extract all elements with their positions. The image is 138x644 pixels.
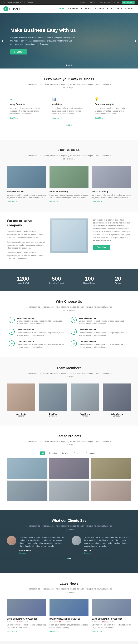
why-title: Why Choose Us	[7, 300, 131, 304]
testimonial-text-1: Lorem ipsum dolor sit amet, consectetur …	[19, 536, 67, 548]
service-card-3: Social Marketing Lorem ipsum dolor sit a…	[92, 166, 131, 203]
why-subtitle: Lorem ipsum dolor sit amet, consectetur …	[26, 305, 112, 312]
portfolio-item-1[interactable]	[7, 458, 47, 479]
testimonial-text-2: Lorem ipsum dolor sit amet, consectetur …	[84, 536, 131, 548]
nav-home[interactable]: HOME	[59, 8, 65, 10]
portfolio-item-4[interactable]	[7, 480, 47, 501]
tab-printing[interactable]: Printing	[72, 452, 82, 455]
dot-1[interactable]	[66, 124, 68, 126]
tab-branding[interactable]: Branding	[47, 452, 59, 455]
portfolio-ph-5	[49, 480, 89, 501]
testimonial-content-2: Lorem ipsum dolor sit amet, consectetur …	[84, 536, 131, 554]
news-link-3[interactable]: Read More +	[92, 631, 102, 632]
creative-img	[50, 218, 88, 253]
hero-next-arrow[interactable]: ›	[135, 38, 136, 43]
tdot-2[interactable]	[69, 558, 71, 559]
news-link-1[interactable]: Read More +	[7, 631, 17, 632]
team-subtitle: Lorem ipsum dolor sit amet, consectetur …	[26, 372, 112, 378]
nav-pages[interactable]: PAGES	[116, 8, 122, 10]
nav-projects[interactable]: PROJECTS	[94, 8, 104, 10]
team-card-4: John Watson Consultant	[103, 384, 131, 417]
creative-section: We are creative company Lorem ipsum dolo…	[0, 212, 138, 269]
features-title: Let's make your own Business	[7, 77, 131, 81]
dot-2[interactable]	[68, 124, 70, 126]
service-link-1[interactable]: Read More +	[7, 201, 17, 203]
news-views-1: 👁 15 Views	[7, 621, 15, 623]
portfolio-item-6[interactable]	[91, 480, 131, 501]
tab-design[interactable]: Design	[61, 452, 70, 455]
portfolio-grid	[7, 458, 131, 501]
testimonial-content-1: Lorem ipsum dolor sit amet, consectetur …	[19, 536, 67, 554]
testimonial-name-1: Martha James	[19, 550, 32, 552]
service-link-3[interactable]: Read More +	[92, 201, 102, 203]
feature-title-3: Customer Insights	[94, 103, 129, 106]
testimonial-1: Lorem ipsum dolor sit amet, consectetur …	[7, 536, 67, 554]
feature-card-3: 💡 Customer Insights Lorem ipsum dolor si…	[92, 94, 131, 122]
team-photo-3	[71, 384, 99, 411]
why-item-6: ⊞ Lorem ipsum dolor Lorem ipsum dolor si…	[71, 340, 129, 349]
team-card-2: Ben Doe Developer	[39, 384, 67, 417]
stat-label-3: Happy Clients	[83, 282, 95, 284]
creative-btn[interactable]: Read More	[93, 244, 110, 250]
tab-photography[interactable]: Photography	[84, 452, 98, 455]
hero-btn[interactable]: Read More	[10, 49, 27, 54]
stat-number-3: 100	[83, 276, 95, 282]
why-icon-3: ⊙	[9, 329, 15, 335]
tdot-1[interactable]	[67, 558, 69, 559]
creative-para2: Sed ut perspiciatis unde omnis iste natu…	[7, 240, 45, 250]
nav-blog[interactable]: BLOG	[107, 8, 113, 10]
portfolio-ph-4	[7, 480, 47, 501]
team-img-2	[39, 384, 67, 411]
creative-center	[50, 218, 88, 253]
logo-text: PROFF	[9, 7, 22, 11]
why-item-desc-6: Lorem ipsum dolor sit amet, consectetur …	[79, 343, 129, 349]
creative-inner: We are creative company Lorem ipsum dolo…	[7, 218, 131, 262]
news-desc-3: Lorem ipsum dolor sit amet, consectetur …	[92, 624, 131, 629]
nav-services[interactable]: SERVICES	[81, 8, 91, 10]
creative-img-inner	[52, 220, 86, 251]
portfolio-item-3[interactable]	[91, 458, 131, 479]
team-role-3: Manager	[71, 415, 99, 417]
news-link-2[interactable]: Read More +	[50, 631, 60, 632]
nav-about[interactable]: ABOUT US	[68, 8, 78, 10]
hero-dot-3[interactable]	[70, 64, 72, 66]
hero-dot-1[interactable]	[66, 64, 68, 66]
feature-icon-2: 📊	[52, 97, 86, 101]
why-icon-6: ⊞	[71, 340, 77, 346]
creative-para1: Lorem ipsum dolor sit amet, consectetur …	[7, 230, 45, 239]
nav-contact[interactable]: CONTACT	[125, 8, 135, 10]
hero-prev-arrow[interactable]: ‹	[2, 38, 3, 43]
service-link-2[interactable]: Read More +	[50, 201, 60, 203]
team-card-1: Ann Smith Designer	[7, 384, 35, 417]
team-role-1: Designer	[7, 415, 35, 417]
feature-desc-1: Lorem ipsum dolor sit amet, consectetur …	[9, 107, 44, 115]
team-role-2: Developer	[39, 415, 67, 417]
testimonial-role-2: Developer	[84, 552, 92, 554]
testimonial-2: Lorem ipsum dolor sit amet, consectetur …	[71, 536, 131, 554]
stat-number-2: 500	[49, 276, 64, 282]
feature-title-2: Analytics	[52, 103, 86, 106]
why-item-desc-4: Lorem ipsum dolor sit amet, consectetur …	[79, 332, 129, 337]
news-title: Lates News	[7, 582, 131, 586]
why-text-6: Lorem ipsum dolor Lorem ipsum dolor sit …	[79, 340, 129, 349]
why-item-2: ⊕ Lorem ipsum dolor Lorem ipsum dolor si…	[71, 317, 129, 325]
service-img-3	[92, 166, 131, 188]
portfolio-item-2[interactable]	[49, 458, 89, 479]
hero-content: Make Business Easy with us Everyone want…	[10, 27, 76, 54]
feature-link-3[interactable]: Read More +	[94, 117, 105, 119]
hero-dot-2[interactable]	[68, 64, 70, 66]
tab-all[interactable]: All	[40, 452, 45, 455]
quote-button[interactable]: Get a Quote	[122, 1, 135, 4]
stat-label-1: Hours Of Work	[17, 282, 29, 284]
features-subtitle: Lorem ipsum dolor sit amet, consectetur …	[26, 83, 112, 89]
creative-left: We are creative company Lorem ipsum dolo…	[7, 218, 45, 262]
portfolio-item-5[interactable]	[49, 480, 89, 501]
feature-link-1[interactable]: Read More +	[9, 117, 19, 119]
feature-desc-2: Lorem ipsum dolor sit amet, consectetur …	[52, 107, 86, 115]
feature-link-2[interactable]: Read More +	[52, 117, 62, 119]
team-grid: Ann Smith Designer Ben Doe Developer Jan…	[7, 384, 131, 417]
nav-links: HOME ABOUT US SERVICES PROJECTS BLOG PAG…	[59, 8, 135, 10]
why-item-1: ✦ Lorem ipsum dolor Lorem ipsum dolor si…	[9, 317, 67, 325]
dot-3[interactable]	[70, 124, 72, 126]
brands-section: 📷 shutterstock 🖼 photodune ✏️ creativema…	[0, 642, 138, 644]
